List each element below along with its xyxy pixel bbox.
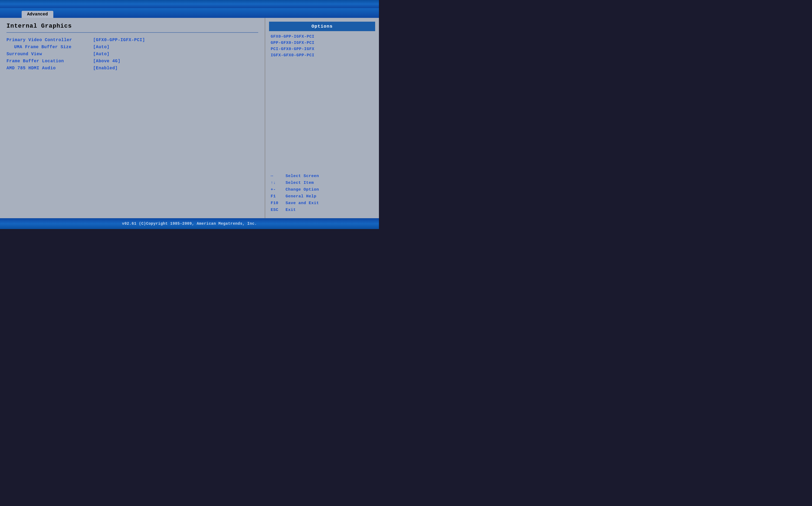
key-symbol: F1 [271, 194, 285, 199]
key-description: Select Item [285, 181, 314, 185]
menu-label: Surround View [6, 52, 93, 57]
menu-item: UMA Frame Buffer Size[Auto] [6, 45, 258, 50]
menu-value: [Auto] [93, 45, 110, 50]
key-row: ↔Select Screen [271, 174, 373, 178]
key-description: General Help [285, 194, 317, 199]
key-description: Save and Exit [285, 201, 319, 205]
main-content: Internal Graphics Primary Video Controll… [0, 18, 379, 218]
bottom-text: v02.61 (C)Copyright 1985-2009, American … [122, 222, 257, 226]
advanced-tab[interactable]: Advanced [22, 11, 53, 18]
menu-item: Frame Buffer Location[Above 4G] [6, 59, 258, 64]
key-row: +-Change Option [271, 187, 373, 192]
right-panel: Options GFX0-GPP-IGFX-PCIGPP-GFX0-IGFX-P… [265, 18, 379, 218]
key-symbol: F10 [271, 201, 285, 205]
key-row: F10Save and Exit [271, 201, 373, 205]
option-item[interactable]: GFX0-GPP-IGFX-PCI [271, 34, 373, 39]
menu-value: [Enabled] [93, 66, 118, 71]
options-header: Options [269, 22, 375, 31]
option-item[interactable]: GPP-GFX0-IGFX-PCI [271, 40, 373, 45]
key-help: ↔Select Screen↑↓Select Item+-Change Opti… [265, 170, 379, 218]
menu-label: UMA Frame Buffer Size [6, 45, 93, 50]
key-description: Select Screen [285, 174, 319, 178]
menu-value: [GFX0-GPP-IGFX-PCI] [93, 37, 145, 43]
options-list: GFX0-GPP-IGFX-PCIGPP-GFX0-IGFX-PCIPCI-GF… [265, 31, 379, 63]
option-item[interactable]: PCI-GFX0-GPP-IGFX [271, 47, 373, 52]
key-description: Exit [285, 207, 296, 212]
divider [6, 32, 258, 33]
advanced-tab-label: Advanced [27, 12, 48, 17]
menu-value: [Auto] [93, 52, 110, 57]
menu-items-container: Primary Video Controller[GFX0-GPP-IGFX-P… [6, 37, 258, 71]
panel-title: Internal Graphics [6, 23, 258, 29]
key-symbol: ESC [271, 207, 285, 212]
key-symbol: +- [271, 187, 285, 192]
option-item[interactable]: IGFX-GFX0-GPP-PCI [271, 53, 373, 58]
left-panel: Internal Graphics Primary Video Controll… [0, 18, 265, 218]
menu-label: AMD 785 HDMI Audio [6, 66, 93, 71]
menu-label: Primary Video Controller [6, 37, 93, 43]
key-symbol: ↑↓ [271, 181, 285, 185]
bottom-bar: v02.61 (C)Copyright 1985-2009, American … [0, 218, 379, 229]
top-bar [0, 0, 379, 8]
key-row: ESCExit [271, 207, 373, 212]
key-description: Change Option [285, 187, 319, 192]
menu-value: [Above 4G] [93, 59, 120, 64]
key-symbol: ↔ [271, 174, 285, 178]
tab-bar: Advanced [0, 8, 379, 18]
menu-item: Surround View[Auto] [6, 52, 258, 57]
key-row: F1General Help [271, 194, 373, 199]
menu-item: AMD 785 HDMI Audio[Enabled] [6, 66, 258, 71]
menu-item[interactable]: Primary Video Controller[GFX0-GPP-IGFX-P… [6, 37, 258, 43]
key-row: ↑↓Select Item [271, 181, 373, 185]
menu-label: Frame Buffer Location [6, 59, 93, 64]
